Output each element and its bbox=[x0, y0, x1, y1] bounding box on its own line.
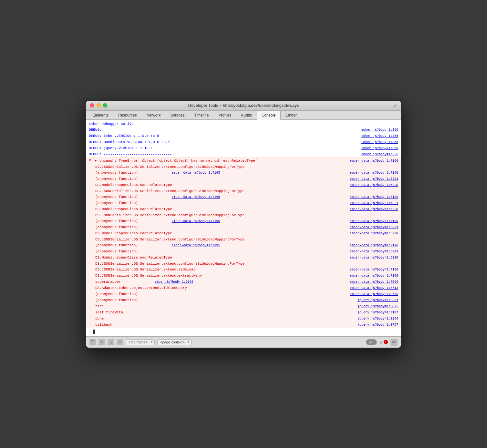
stack-link[interactable]: ember-data.js?body=1:7190 bbox=[350, 267, 398, 272]
tab-ember[interactable]: Ember bbox=[281, 111, 302, 120]
stack-link[interactable]: ember-data.js?body=1:7713 bbox=[350, 286, 398, 291]
stack-link[interactable]: ember-data.js?body=1:5221 bbox=[350, 225, 398, 230]
gear-button[interactable]: ⚙ bbox=[390, 339, 398, 346]
context-selector[interactable]: <page context> bbox=[157, 339, 192, 345]
stack-link[interactable]: ember-data.js?body=1:5221 bbox=[350, 177, 398, 182]
stack-link[interactable]: jquery.js?body=1:3075 bbox=[357, 304, 398, 309]
stack-line: (anonymous function) ember-data.js?body=… bbox=[86, 218, 401, 224]
tab-sources[interactable]: Sources bbox=[165, 111, 189, 120]
stack-line: callback jquery.js?body=1:8797 bbox=[86, 322, 401, 328]
stack-line: DS.JSONSerializer.DS.Serializer.extend.c… bbox=[86, 164, 401, 170]
console-prompt[interactable]: › bbox=[86, 328, 401, 335]
stack-line: (anonymous function) ember-data.js?body=… bbox=[86, 249, 401, 255]
stack-link[interactable]: ember-data.js?body=1:5221 bbox=[350, 201, 398, 206]
console-line-text: DEBUG: Handlebars.VERSION : 1.0.0-rc.4 bbox=[89, 139, 357, 145]
stack-text: DS.JSONSerializer.DS.Serializer.extend.e… bbox=[95, 273, 346, 278]
stack-link[interactable]: ember-data.js?body=1:5221 bbox=[350, 249, 398, 254]
bottom-bar: ☰ ≡ ⌕ ⊙ <top frame> ▼ <page context> ▼ A… bbox=[86, 336, 401, 348]
stack-link[interactable]: ember-data.js?body=1:5220 bbox=[350, 183, 398, 188]
collapse-triangle[interactable]: ▼ bbox=[95, 159, 97, 163]
stack-line: DS.JSONSerializer.DS.Serializer.extend.c… bbox=[86, 237, 401, 242]
context-selector-wrapper[interactable]: <page context> ▼ bbox=[157, 339, 192, 345]
console-line-link[interactable]: ember.js?body=1:356 bbox=[361, 152, 398, 157]
stack-text: DS.JSONSerializer.DS.Serializer.extend.c… bbox=[95, 188, 394, 194]
stack-link[interactable]: ember-data.js?body=1:7190 bbox=[350, 170, 398, 176]
stack-line: done jquery.js?body=1:8254 bbox=[86, 316, 401, 322]
stack-line: DS.Model.reopenClass.eachRelatedType emb… bbox=[86, 206, 401, 212]
tab-profiles[interactable]: Profiles bbox=[213, 111, 236, 120]
stack-line: (anonymous function) ember-data.js?body=… bbox=[86, 242, 401, 249]
stack-line: (anonymous function) jquery.js?body=1:32… bbox=[86, 297, 401, 303]
tab-resources[interactable]: Resources bbox=[113, 111, 141, 120]
stack-text: DS.JSONSerializer.DS.Serializer.extend.c… bbox=[95, 164, 394, 169]
console-line-text: DEBUG: Ember.VERSION : 1.0.0-rc.5 bbox=[89, 133, 357, 138]
stack-line: (anonymous function) ember-data.js?body=… bbox=[86, 170, 401, 176]
console-line-link[interactable]: ember.js?body=1:356 bbox=[361, 140, 398, 145]
stack-text: (anonymous function) ember-data.js?body=… bbox=[95, 243, 346, 248]
search-icon[interactable]: ⌕ bbox=[108, 339, 114, 345]
tab-elements[interactable]: Elements bbox=[88, 111, 113, 120]
stack-text: DS.JSONSerializer.DS.Serializer.extend.c… bbox=[95, 261, 394, 266]
stack-link[interactable]: ember-data.js?body=1:7190 bbox=[350, 219, 398, 224]
error-icon: ⊗ bbox=[89, 158, 91, 163]
error-dot: 1 bbox=[384, 340, 388, 344]
console-line-link[interactable]: ember.js?body=1:356 bbox=[361, 146, 398, 151]
tab-network[interactable]: Network bbox=[141, 111, 165, 120]
minimize-button[interactable] bbox=[97, 103, 101, 107]
console-line: DEBUG: Handlebars.VERSION : 1.0.0-rc.4 e… bbox=[86, 139, 401, 145]
stack-link[interactable]: jquery.js?body=1:3187 bbox=[357, 310, 398, 315]
stack-line: DS.JSONSerializer.DS.Serializer.extend.c… bbox=[86, 261, 401, 267]
stack-link-inline[interactable]: ember.js?body=1:1060 bbox=[155, 280, 193, 284]
window-title: Developer Tools – http://yostalgia.dev/u… bbox=[188, 103, 299, 108]
stack-link[interactable]: ember-data.js?body=1:5220 bbox=[350, 231, 398, 236]
stack-link-inline[interactable]: ember-data.js?body=1:7195 bbox=[171, 244, 220, 247]
expand-icon[interactable]: ⤢ bbox=[394, 103, 397, 108]
stack-link-inline[interactable]: ember-data.js?body=1:7195 bbox=[171, 195, 220, 199]
stack-line: DS.JSONSerializer.DS.Serializer.extend.e… bbox=[86, 273, 401, 279]
stack-link[interactable]: ember-data.js?body=1:7190 bbox=[350, 243, 398, 248]
stack-text: fire bbox=[95, 304, 354, 309]
stack-link[interactable]: ember-data.js?body=1:7096 bbox=[350, 280, 398, 285]
stack-text: (anonymous function) bbox=[95, 200, 346, 206]
stack-text: self.fireWith bbox=[95, 310, 354, 315]
console-line: DEBUG: Ember.VERSION : 1.0.0-rc.5 ember.… bbox=[86, 133, 401, 139]
tab-console[interactable]: Console bbox=[257, 111, 281, 120]
stack-link[interactable]: jquery.js?body=1:8254 bbox=[357, 316, 398, 321]
stack-link[interactable]: ember-data.js?body=1:8730 bbox=[350, 292, 398, 297]
dock-icon[interactable]: ☰ bbox=[89, 339, 96, 345]
stack-text: (anonymous function) ember-data.js?body=… bbox=[95, 194, 346, 200]
title-bar: Developer Tools – http://yostalgia.dev/u… bbox=[86, 101, 401, 111]
console-line-link[interactable]: ember.js?body=1:356 bbox=[361, 127, 398, 133]
maximize-button[interactable] bbox=[103, 103, 107, 107]
stack-text: (anonymous function) ember-data.js?body=… bbox=[95, 170, 346, 176]
stack-link[interactable]: jquery.js?body=1:3231 bbox=[357, 298, 398, 303]
filter-all-button[interactable]: All bbox=[366, 339, 377, 345]
stack-link[interactable]: ember-data.js?body=1:5220 bbox=[350, 255, 398, 260]
console-line-text: DEBUG: jQuery.VERSION : 1.10.1 bbox=[89, 146, 357, 151]
stack-link-inline[interactable]: ember-data.js?body=1:7195 bbox=[171, 219, 220, 223]
stack-link[interactable]: ember-data.js?body=1:7160 bbox=[350, 273, 398, 279]
close-button[interactable] bbox=[90, 103, 94, 107]
tab-timeline[interactable]: Timeline bbox=[189, 111, 213, 120]
stack-line: (anonymous function) ember-data.js?body=… bbox=[86, 291, 401, 297]
traffic-lights bbox=[90, 103, 107, 107]
stack-link[interactable]: ember-data.js?body=1:7190 bbox=[350, 195, 398, 200]
stack-line: DS.Model.reopenClass.eachRelatedType emb… bbox=[86, 255, 401, 261]
stack-link[interactable]: jquery.js?body=1:8797 bbox=[357, 322, 398, 328]
console-line: Ember Debugger Active bbox=[86, 121, 401, 127]
stack-link-inline[interactable]: ember-data.js?body=1:7195 bbox=[171, 171, 220, 175]
execute-icon[interactable]: ≡ bbox=[98, 339, 105, 345]
error-label: Er bbox=[379, 340, 383, 344]
tab-audits[interactable]: Audits bbox=[236, 111, 256, 120]
settings-small-icon[interactable]: ⊙ bbox=[117, 339, 123, 345]
frame-selector[interactable]: <top frame> bbox=[126, 339, 155, 345]
stack-line: DS.JSONSerializer.DS.Serializer.extend.c… bbox=[86, 212, 401, 218]
console-line: DEBUG: jQuery.VERSION : 1.10.1 ember.js?… bbox=[86, 145, 401, 151]
stack-text: (anonymous function) ember-data.js?body=… bbox=[95, 219, 346, 224]
stack-line: (anonymous function) ember-data.js?body=… bbox=[86, 176, 401, 182]
stack-link[interactable]: ember-data.js?body=1:5220 bbox=[350, 207, 398, 212]
console-line-link[interactable]: ember.js?body=1:356 bbox=[361, 134, 398, 139]
error-header-link[interactable]: ember-data.js?body=1:7190 bbox=[350, 158, 398, 164]
frame-selector-wrapper[interactable]: <top frame> ▼ bbox=[126, 339, 155, 345]
console-area[interactable]: Ember Debugger Active DEBUG: -----------… bbox=[86, 120, 401, 336]
